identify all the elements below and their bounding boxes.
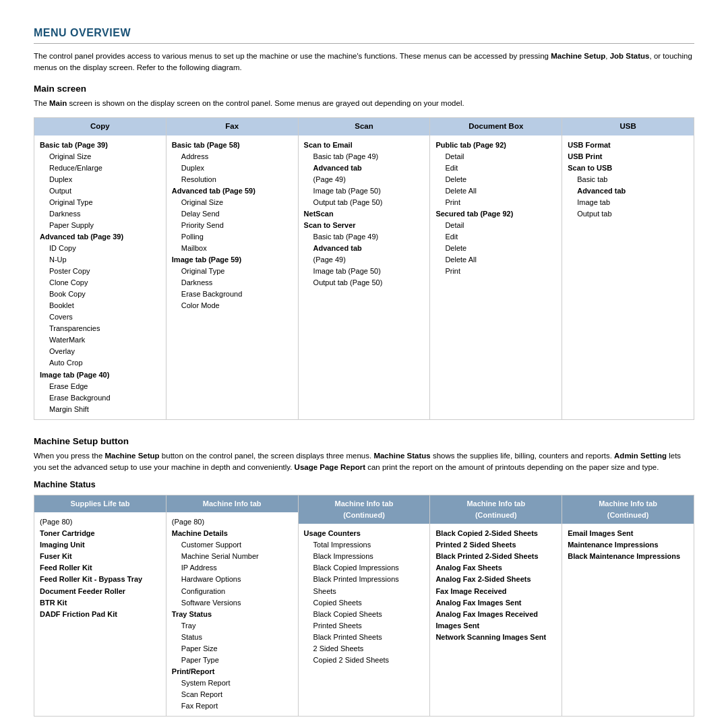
status-item: Black Printed Sheets bbox=[304, 632, 425, 643]
menu-col-header: Scan bbox=[299, 118, 430, 135]
menu-column-document-box: Document BoxPublic tab (Page 92)DetailEd… bbox=[430, 118, 562, 419]
status-item: Copied 2 Sided Sheets bbox=[304, 655, 425, 666]
status-item: Hardware Options bbox=[172, 574, 293, 585]
status-col-header: Machine Info tab(Continued) bbox=[299, 495, 430, 524]
status-item: 2 Sided Sheets bbox=[304, 643, 425, 655]
menu-item: Advanced tab bbox=[304, 162, 425, 174]
status-item: Fax Report bbox=[172, 700, 293, 712]
status-col-body: Usage CountersTotal ImpressionsBlack Imp… bbox=[299, 524, 430, 670]
menu-item: Detail bbox=[435, 220, 556, 231]
main-screen-desc: The Main screen is shown on the display … bbox=[34, 98, 694, 109]
menu-item: Basic tab (Page 49) bbox=[304, 231, 425, 243]
menu-item: Reduce/Enlarge bbox=[40, 162, 160, 174]
menu-item: Output tab bbox=[568, 208, 688, 220]
menu-item: Advanced tab (Page 59) bbox=[172, 185, 293, 197]
machine-status-title: Machine Status bbox=[34, 480, 694, 489]
status-col-body: Email Images SentMaintenance Impressions… bbox=[562, 524, 694, 566]
machine-setup-desc: When you press the Machine Setup button … bbox=[34, 450, 694, 474]
status-column: Machine Info tab(Continued)Email Images … bbox=[562, 495, 694, 716]
status-item: IP Address bbox=[172, 562, 293, 574]
status-item: Machine Serial Number bbox=[172, 551, 293, 562]
menu-col-body: Basic tab (Page 58)AddressDuplexResoluti… bbox=[166, 135, 298, 316]
menu-item: Darkness bbox=[40, 208, 160, 220]
status-item: Printed 2 Sided Sheets bbox=[435, 539, 556, 551]
status-item: Tray Status bbox=[172, 609, 293, 620]
menu-col-body: Basic tab (Page 39)Original SizeReduce/E… bbox=[34, 135, 166, 419]
menu-item: (Page 49) bbox=[304, 174, 425, 185]
status-column: Machine Info tab(Continued)Usage Counter… bbox=[299, 495, 431, 716]
menu-item: Darkness bbox=[172, 277, 293, 289]
menu-item: Output tab (Page 50) bbox=[304, 197, 425, 208]
menu-item: Original Type bbox=[172, 266, 293, 277]
menu-item: Delete bbox=[435, 243, 556, 254]
menu-item: Basic tab (Page 58) bbox=[172, 140, 293, 151]
menu-item: Paper Supply bbox=[40, 220, 160, 231]
menu-item: Auto Crop bbox=[40, 357, 160, 369]
menu-item: Duplex bbox=[172, 162, 293, 174]
menu-item: Transparencies bbox=[40, 323, 160, 334]
menu-item: Original Type bbox=[40, 197, 160, 208]
menu-item: Delay Send bbox=[172, 208, 293, 220]
menu-item: Booklet bbox=[40, 300, 160, 311]
menu-item: Original Size bbox=[172, 197, 293, 208]
status-item: (Page 80) bbox=[172, 516, 293, 528]
status-item: Status bbox=[172, 632, 293, 643]
menu-item: Delete bbox=[435, 174, 556, 185]
status-item: Configuration bbox=[172, 586, 293, 597]
menu-item: Image tab (Page 40) bbox=[40, 369, 160, 381]
status-item: Printed Sheets bbox=[304, 620, 425, 632]
status-item: System Report bbox=[172, 677, 293, 689]
status-item: Print/Report bbox=[172, 666, 293, 677]
menu-item: Delete All bbox=[435, 185, 556, 197]
menu-item: Book Copy bbox=[40, 289, 160, 300]
menu-item: Image tab (Page 59) bbox=[172, 254, 293, 266]
main-screen-title: Main screen bbox=[34, 84, 694, 94]
menu-column-copy: CopyBasic tab (Page 39)Original SizeRedu… bbox=[34, 118, 166, 419]
status-item: Analog Fax Images Received bbox=[435, 609, 556, 620]
menu-item: Output bbox=[40, 185, 160, 197]
status-item: Images Sent bbox=[435, 620, 556, 632]
menu-item: Advanced tab (Page 39) bbox=[40, 231, 160, 243]
menu-item: Scan to Email bbox=[304, 140, 425, 151]
menu-item: Edit bbox=[435, 231, 556, 243]
menu-item: Priority Send bbox=[172, 220, 293, 231]
status-menu-grid: Supplies Life tab(Page 80)Toner Cartridg… bbox=[34, 495, 694, 717]
menu-item: Basic tab (Page 39) bbox=[40, 140, 160, 151]
status-item: Total Impressions bbox=[304, 539, 425, 551]
menu-item: USB Format bbox=[568, 140, 688, 151]
status-column: Machine Info tab(Continued)Black Copied … bbox=[430, 495, 562, 716]
status-item: Black Maintenance Impressions bbox=[568, 551, 688, 562]
status-item: Imaging Unit bbox=[40, 539, 160, 551]
status-col-header: Machine Info tab bbox=[166, 495, 298, 512]
menu-item: Output tab (Page 50) bbox=[304, 277, 425, 289]
status-item: Black Copied Impressions bbox=[304, 562, 425, 574]
menu-item: Original Size bbox=[40, 151, 160, 162]
status-item: (Page 80) bbox=[40, 516, 160, 528]
menu-col-header: Fax bbox=[166, 118, 298, 135]
menu-item: Secured tab (Page 92) bbox=[435, 208, 556, 220]
menu-item: Duplex bbox=[40, 174, 160, 185]
menu-item: Covers bbox=[40, 311, 160, 323]
menu-item: Scan to Server bbox=[304, 220, 425, 231]
status-item: Sheets bbox=[304, 586, 425, 597]
menu-item: ID Copy bbox=[40, 243, 160, 254]
menu-col-header: Copy bbox=[34, 118, 166, 135]
menu-item: Delete All bbox=[435, 254, 556, 266]
menu-item: Erase Background bbox=[40, 392, 160, 404]
menu-item: Image tab (Page 50) bbox=[304, 185, 425, 197]
status-item: Maintenance Impressions bbox=[568, 539, 688, 551]
menu-item: (Page 49) bbox=[304, 254, 425, 266]
status-item: Feed Roller Kit - Bypass Tray bbox=[40, 574, 160, 585]
status-column: Supplies Life tab(Page 80)Toner Cartridg… bbox=[34, 495, 166, 716]
status-item: Copied Sheets bbox=[304, 597, 425, 609]
menu-col-body: Scan to EmailBasic tab (Page 49)Advanced… bbox=[299, 135, 430, 293]
menu-column-fax: FaxBasic tab (Page 58)AddressDuplexResol… bbox=[166, 118, 299, 419]
status-item: Fax Image Received bbox=[435, 586, 556, 597]
status-item: Analog Fax 2-Sided Sheets bbox=[435, 574, 556, 585]
menu-item: NetScan bbox=[304, 208, 425, 220]
status-item: Tray bbox=[172, 620, 293, 632]
menu-item: Poster Copy bbox=[40, 266, 160, 277]
status-item: Analog Fax Images Sent bbox=[435, 597, 556, 609]
status-item: Toner Cartridge bbox=[40, 528, 160, 539]
status-col-header: Supplies Life tab bbox=[34, 495, 166, 512]
